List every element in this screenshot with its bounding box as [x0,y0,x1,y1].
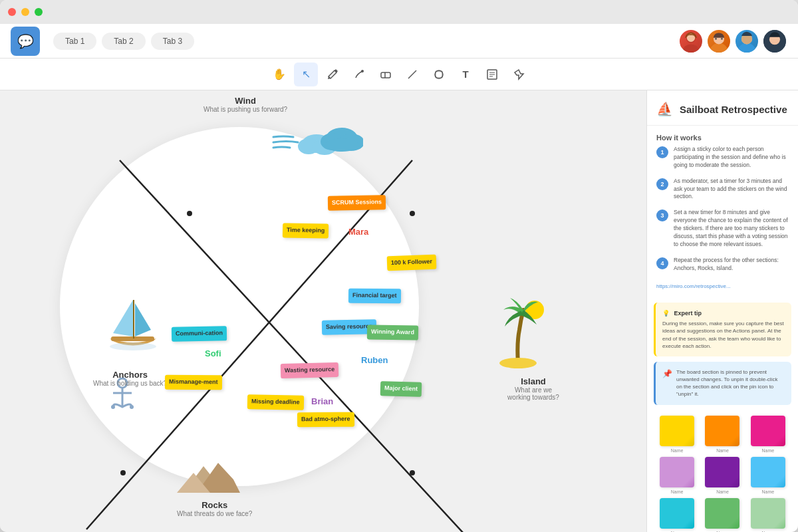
swatch-teal[interactable]: Name [656,498,698,532]
swatch-teal-color [660,498,694,529]
close-button[interactable] [8,8,16,16]
step-2-num: 2 [656,178,668,190]
maximize-button[interactable] [35,8,43,16]
nav-tab-2[interactable]: Tab 2 [102,33,145,50]
sticky-100k[interactable]: 100 k Follower [387,255,437,271]
step-1-num: 1 [656,146,668,158]
sticky-financial[interactable]: Financial target [348,289,401,303]
title-bar [0,0,798,24]
eraser-tool[interactable] [374,63,398,86]
swatch-orange[interactable]: Name [702,416,743,453]
panel-header: ⛵ Sailboat Retrospective [647,90,798,126]
logo-icon: 💬 [17,33,34,49]
sticky-bad-atmo[interactable]: Bad atmo-sphere [297,412,354,427]
island-section-label: Island What are we working towards? [503,376,563,401]
sticky-winning[interactable]: Winning Award [367,325,418,340]
swatch-purple[interactable]: Name [702,457,743,494]
swatch-green-light[interactable]: Name [747,498,789,532]
svg-point-1 [683,44,698,54]
svg-rect-35 [111,336,154,341]
step-2: 2 As moderator, set a timer for 3 minute… [656,178,789,201]
text-tool[interactable]: T [454,63,477,86]
panel-title: Sailboat Retrospective [680,104,787,115]
top-toolbar: 💬 Tab 1 Tab 2 Tab 3 [0,24,798,59]
sticky-major[interactable]: Major client [380,381,422,396]
board-tip-text: The board section is pinned to prevent u… [676,368,785,398]
user-brian: Brian [311,396,333,406]
svg-line-15 [408,70,416,78]
swatch-blue-light[interactable]: Name [747,457,789,494]
sticky-missing[interactable]: Missing deadline [247,394,304,410]
swatch-orange-label: Name [716,448,729,453]
swatch-yellow[interactable]: Name [656,416,698,453]
step-1-text: Assign a sticky color to each person par… [674,146,789,170]
drawing-toolbar: ✋ ↖ T [0,59,798,90]
sailboat-icon [103,293,163,353]
svg-point-6 [721,38,723,40]
svg-point-43 [499,358,537,368]
svg-point-3 [710,43,729,53]
swatch-pink-color [751,416,785,446]
swatch-blue-light-color [751,457,785,487]
nav-tab-3[interactable]: Tab 3 [151,33,194,50]
pencil-tool[interactable] [321,63,344,86]
step-4-text: Repeat the process for the other section… [674,257,789,273]
swatch-green[interactable]: Name [702,498,743,532]
step-3: 3 Set a new timer for 8 minutes and give… [656,209,789,248]
swatch-green-light-color [751,498,785,529]
expert-tip-title: 💡 Expert tip [662,309,785,318]
logo-button[interactable]: 💬 [11,27,40,56]
svg-point-41 [130,405,134,409]
rocks-section: Rocks What threats do we face? [177,456,252,517]
wind-section-label: Wind What is pushing us forward? [203,96,287,113]
svg-point-5 [715,38,717,40]
pen-tool[interactable] [347,63,371,86]
note-tool[interactable] [480,63,504,86]
svg-point-38 [118,378,127,388]
main-area: Wind What is pushing us forward? [0,90,798,532]
rocks-label: Rocks What threats do we face? [177,500,252,517]
sticky-commun[interactable]: Communi-cation [172,326,227,341]
expert-tip-box: 💡 Expert tip During the session, make su… [654,303,791,356]
sticky-scrum[interactable]: SCRUM Sessions [328,195,386,210]
svg-point-27 [410,470,415,475]
learn-more-link[interactable]: https://miro.com/retrospective... [647,281,798,297]
swatch-purple-light-color [660,457,694,487]
avatar-3[interactable] [734,29,759,54]
swatch-purple-light[interactable]: Name [656,457,698,494]
pin-tool[interactable] [507,63,531,86]
swatch-purple-color [705,457,739,487]
sticky-time[interactable]: Time keeping [283,223,329,238]
canvas[interactable]: Wind What is pushing us forward? [0,90,646,532]
anchor-icon [108,376,138,417]
expert-tip-text: During the session, make sure you captur… [662,320,785,350]
swatch-pink-label: Name [761,448,774,453]
hand-tool[interactable]: ✋ [267,63,291,86]
panel-sailboat-icon: ⛵ [656,101,673,117]
step-4-num: 4 [656,257,668,269]
step-3-num: 3 [656,209,668,221]
avatar-2[interactable] [706,29,732,54]
sticky-mismanage[interactable]: Mismanage-ment [165,375,222,390]
line-tool[interactable] [400,63,424,86]
toolbar-right [678,29,787,54]
how-it-works-title: How it works [647,126,798,146]
step-1: 1 Assign a sticky color to each person p… [656,146,789,170]
sticky-wasting[interactable]: Wasting resource [281,362,339,378]
select-tool[interactable]: ↖ [294,63,318,86]
swatch-yellow-label: Name [671,448,684,453]
step-3-text: Set a new timer for 8 minutes and give e… [674,209,789,248]
color-swatches: Name Name Name Name Name [647,410,798,532]
nav-tab-1[interactable]: Tab 1 [53,33,96,50]
avatar-4[interactable] [762,29,787,54]
user-mara: Mara [348,227,368,237]
svg-point-26 [120,470,126,475]
avatar-1[interactable] [678,29,704,54]
step-4: 4 Repeat the process for the other secti… [656,257,789,273]
svg-point-12 [361,70,364,72]
swatch-purple-light-label: Name [671,489,684,494]
minimize-button[interactable] [21,8,29,16]
wind-cloud-icon [270,117,363,163]
swatch-pink[interactable]: Name [747,416,789,453]
shape-tool[interactable] [427,63,451,86]
